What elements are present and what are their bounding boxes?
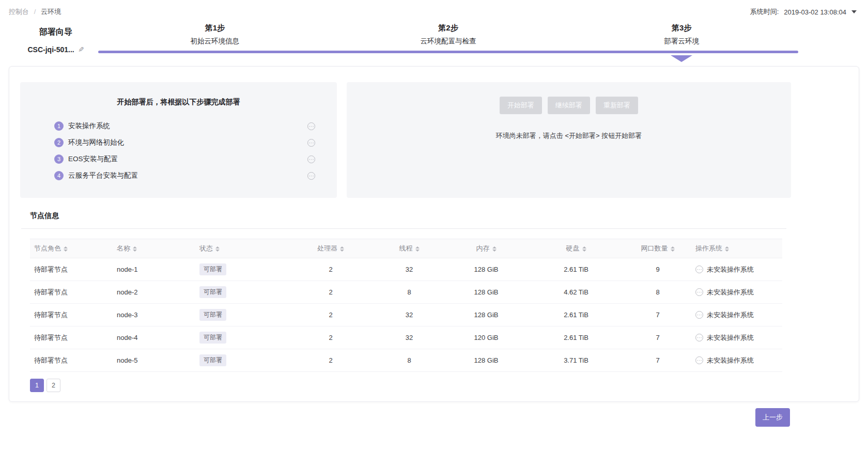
pending-icon: ⋯ bbox=[695, 311, 703, 319]
wizard-header-left: 部署向导 CSC-jqi-501... ✎ bbox=[11, 27, 100, 54]
deploy-step-item: 3 EOS安装与配置 ⋯ bbox=[54, 153, 315, 165]
pending-icon: ⋯ bbox=[695, 356, 703, 364]
column-header-os[interactable]: 操作系统 bbox=[691, 239, 782, 258]
page-button-2[interactable]: 2 bbox=[47, 379, 60, 392]
pagination: 1 2 bbox=[30, 379, 859, 392]
status-badge: 可部署 bbox=[199, 354, 226, 366]
continue-deploy-button[interactable]: 继续部署 bbox=[548, 97, 590, 114]
status-cell: 可部署 bbox=[195, 326, 287, 349]
column-header-memory[interactable]: 内存 bbox=[444, 239, 528, 258]
page-button-1[interactable]: 1 bbox=[30, 379, 44, 392]
sort-icon[interactable] bbox=[582, 246, 586, 252]
status-badge: 可部署 bbox=[199, 263, 226, 275]
env-name: CSC-jqi-501... bbox=[28, 45, 74, 54]
nodes-section-title: 节点信息 bbox=[30, 211, 859, 221]
name-cell: node-4 bbox=[113, 326, 195, 349]
deploy-step-item: 2 环境与网络初始化 ⋯ bbox=[54, 137, 315, 148]
threads-cell: 8 bbox=[374, 281, 444, 304]
system-time-label: 系统时间: bbox=[750, 7, 779, 17]
threads-cell: 32 bbox=[374, 258, 444, 281]
table-row: 待部署节点 node-3 可部署 2 32 128 GiB 2.61 TiB 7… bbox=[30, 304, 782, 326]
nic-count-cell: 7 bbox=[624, 326, 691, 349]
wizard-step-3: 第3步 部署云环境 bbox=[565, 23, 798, 46]
role-cell: 待部署节点 bbox=[30, 326, 113, 349]
step-label: 初始云环境信息 bbox=[98, 37, 332, 46]
status-badge: 可部署 bbox=[199, 286, 226, 298]
start-deploy-button[interactable]: 开始部署 bbox=[500, 97, 542, 114]
sort-icon[interactable] bbox=[671, 246, 675, 252]
status-cell: 可部署 bbox=[195, 304, 287, 326]
sort-icon[interactable] bbox=[64, 246, 68, 252]
status-cell: 可部署 bbox=[195, 349, 287, 372]
column-header-name[interactable]: 名称 bbox=[113, 239, 195, 258]
table-row: 待部署节点 node-4 可部署 2 32 120 GiB 2.61 TiB 7… bbox=[30, 326, 782, 349]
name-cell: node-5 bbox=[113, 349, 195, 372]
sort-icon[interactable] bbox=[492, 246, 497, 252]
deploy-steps-panel: 开始部署后，将根据以下步骤完成部署 1 安装操作系统 ⋯ 2 环境与网络初始化 … bbox=[20, 82, 337, 198]
memory-cell: 128 GiB bbox=[444, 349, 528, 372]
table-row: 待部署节点 node-5 可部署 2 8 128 GiB 3.71 TiB 7 … bbox=[30, 349, 782, 372]
table-header-row: 节点角色 名称 状态 处理器 线程 内存 硬盘 网口数量 操作系统 bbox=[30, 239, 782, 258]
cpu-cell: 2 bbox=[287, 349, 374, 372]
column-header-disk[interactable]: 硬盘 bbox=[528, 239, 624, 258]
pending-icon: ⋯ bbox=[695, 334, 703, 341]
column-header-role[interactable]: 节点角色 bbox=[30, 239, 113, 258]
name-cell: node-3 bbox=[113, 304, 195, 326]
role-cell: 待部署节点 bbox=[30, 349, 113, 372]
nic-count-cell: 7 bbox=[624, 349, 691, 372]
caret-down-icon[interactable] bbox=[851, 10, 857, 13]
sort-icon[interactable] bbox=[725, 246, 729, 252]
deploy-step-item: 1 安装操作系统 ⋯ bbox=[54, 120, 315, 132]
threads-cell: 32 bbox=[374, 304, 444, 326]
breadcrumb-item-cloud-env: 云环境 bbox=[41, 8, 61, 15]
wizard-step-1: 第1步 初始云环境信息 bbox=[98, 23, 332, 46]
disk-cell: 2.61 TiB bbox=[528, 326, 624, 349]
cpu-cell: 2 bbox=[287, 326, 374, 349]
role-cell: 待部署节点 bbox=[30, 304, 113, 326]
pending-icon: ⋯ bbox=[695, 288, 703, 296]
status-badge: 可部署 bbox=[199, 332, 226, 344]
column-header-threads[interactable]: 线程 bbox=[374, 239, 444, 258]
step-label: 云环境配置与检查 bbox=[332, 37, 565, 46]
breadcrumb-separator: / bbox=[34, 8, 36, 15]
os-cell: ⋯未安装操作系统 bbox=[691, 258, 782, 281]
column-header-status[interactable]: 状态 bbox=[195, 239, 287, 258]
cpu-cell: 2 bbox=[287, 304, 374, 326]
column-header-cpu[interactable]: 处理器 bbox=[287, 239, 374, 258]
prev-step-button[interactable]: 上一步 bbox=[755, 408, 790, 427]
step-number: 第3步 bbox=[565, 23, 798, 33]
os-cell: ⋯未安装操作系统 bbox=[691, 304, 782, 326]
table-row: 待部署节点 node-1 可部署 2 32 128 GiB 2.61 TiB 9… bbox=[30, 258, 782, 281]
breadcrumb-item-console[interactable]: 控制台 bbox=[9, 8, 29, 15]
step-index-badge: 4 bbox=[54, 171, 64, 180]
name-cell: node-2 bbox=[113, 281, 195, 304]
breadcrumb: 控制台 / 云环境 bbox=[9, 7, 61, 17]
disk-cell: 3.71 TiB bbox=[528, 349, 624, 372]
nic-count-cell: 9 bbox=[624, 258, 691, 281]
step-number: 第2步 bbox=[332, 23, 565, 33]
nodes-table: 节点角色 名称 状态 处理器 线程 内存 硬盘 网口数量 操作系统 待部署节点 … bbox=[30, 239, 782, 372]
pending-icon: ⋯ bbox=[307, 122, 315, 130]
edit-icon[interactable]: ✎ bbox=[78, 45, 84, 54]
sort-icon[interactable] bbox=[415, 246, 420, 252]
deploy-steps-title: 开始部署后，将根据以下步骤完成部署 bbox=[20, 82, 337, 107]
sort-icon[interactable] bbox=[215, 246, 220, 252]
pending-icon: ⋯ bbox=[307, 139, 315, 147]
os-cell: ⋯未安装操作系统 bbox=[691, 349, 782, 372]
redeploy-button[interactable]: 重新部署 bbox=[596, 97, 638, 114]
disk-cell: 2.61 TiB bbox=[528, 258, 624, 281]
threads-cell: 8 bbox=[374, 349, 444, 372]
threads-cell: 32 bbox=[374, 326, 444, 349]
sort-icon[interactable] bbox=[340, 246, 344, 252]
table-row: 待部署节点 node-2 可部署 2 8 128 GiB 4.62 TiB 8 … bbox=[30, 281, 782, 304]
wizard-title: 部署向导 bbox=[11, 27, 100, 38]
pending-icon: ⋯ bbox=[695, 266, 703, 273]
deploy-step-label: EOS安装与配置 bbox=[68, 154, 118, 164]
os-cell: ⋯未安装操作系统 bbox=[691, 326, 782, 349]
step-number: 第1步 bbox=[98, 23, 332, 33]
sort-icon[interactable] bbox=[133, 246, 137, 252]
system-time[interactable]: 系统时间: 2019-03-02 13:08:04 bbox=[750, 7, 857, 17]
system-time-value: 2019-03-02 13:08:04 bbox=[784, 8, 846, 16]
deploy-hint-text: 环境尚未部署，请点击 <开始部署> 按钮开始部署 bbox=[347, 131, 791, 141]
column-header-nic-count[interactable]: 网口数量 bbox=[624, 239, 691, 258]
